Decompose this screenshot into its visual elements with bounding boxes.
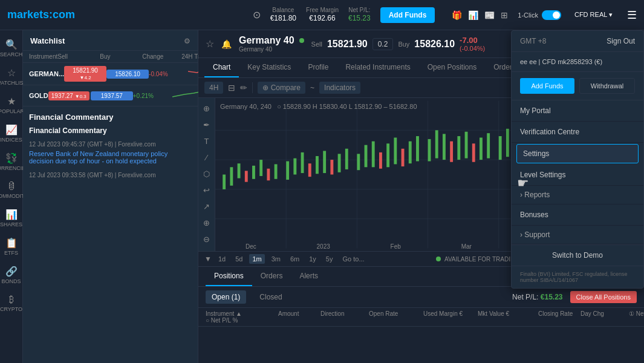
- dropdown-reports[interactable]: › Reports: [512, 186, 643, 204]
- col-amount[interactable]: Amount: [278, 310, 320, 317]
- favorite-star-icon[interactable]: ☆: [206, 38, 214, 50]
- svg-rect-19: [301, 152, 304, 173]
- positions-subbar: Open (1) Closed Net P/L: €15.23 Close Al…: [198, 287, 644, 308]
- col-open-rate[interactable]: Open Rate: [369, 310, 423, 317]
- drawing-tools-icon[interactable]: ✏: [240, 83, 247, 93]
- timeframe-1m[interactable]: 1m: [249, 254, 264, 264]
- svg-rect-33: [409, 142, 412, 164]
- sidebar-item-popular[interactable]: ★ POPULAR: [1, 92, 22, 118]
- net-pl-value: €15.23: [348, 14, 371, 24]
- fibonacci-icon[interactable]: ⁄: [203, 151, 209, 165]
- alerts-tab[interactable]: Alerts: [291, 267, 327, 286]
- col-day-chg[interactable]: Day Chg: [581, 310, 629, 317]
- svg-rect-28: [372, 142, 375, 168]
- col-net-pl-eur[interactable]: ① Net P/L €: [629, 310, 644, 317]
- watchlist-settings-icon[interactable]: ⚙: [184, 37, 190, 45]
- add-funds-button[interactable]: Add Funds: [380, 7, 435, 23]
- news-link-1[interactable]: Reserve Bank of New Zealand monetary pol…: [29, 150, 192, 165]
- candlestick-type-icon[interactable]: ⊟: [228, 83, 235, 93]
- sign-out-button[interactable]: Sign Out: [607, 37, 635, 45]
- sidebar-item-indices[interactable]: 📈 INDICES: [1, 120, 22, 146]
- net-pl-display: Net P/L: €15.23: [512, 293, 562, 301]
- zoom-in-icon[interactable]: ⊕: [201, 216, 212, 230]
- timeframe-5d[interactable]: 5d: [232, 254, 246, 264]
- dropdown-bonuses[interactable]: Bonuses: [512, 204, 643, 226]
- timeframe-selector[interactable]: 4H: [204, 82, 223, 94]
- svg-rect-39: [457, 136, 460, 160]
- watchlist-row-germany[interactable]: GERMAN... 15821.90 ▼4.2 15826.10 -0.04%: [23, 63, 198, 85]
- timeframe-3m[interactable]: 3m: [268, 254, 284, 264]
- timeframe-6m[interactable]: 6m: [287, 254, 302, 264]
- timeframe-1d[interactable]: 1d: [215, 254, 229, 264]
- pointer-icon[interactable]: ↗: [201, 200, 212, 214]
- text-icon[interactable]: T: [202, 134, 212, 148]
- chart-icon[interactable]: 📊: [468, 10, 478, 20]
- tab-related-instruments[interactable]: Related Instruments: [337, 58, 418, 77]
- tab-key-statistics[interactable]: Key Statistics: [239, 58, 299, 77]
- free-margin-value: €192.66: [306, 14, 339, 24]
- orders-tab[interactable]: Orders: [252, 267, 291, 286]
- cfd-badge[interactable]: CFD REAL ▾: [574, 11, 613, 19]
- tab-open-positions[interactable]: Open Positions: [419, 58, 485, 77]
- chart-line-icon: 📈: [5, 124, 18, 136]
- grid-icon[interactable]: ⊞: [501, 10, 508, 20]
- pen-icon[interactable]: ✒: [201, 118, 212, 132]
- timezone-display: GMT +8: [520, 37, 546, 45]
- sidebar-etfs-label: ETFS: [4, 250, 18, 256]
- settings-chart-icon[interactable]: ≡: [202, 249, 212, 251]
- dd-withdrawal-button[interactable]: Withdrawal: [579, 78, 635, 94]
- chart-collapse-icon[interactable]: ▼: [204, 255, 212, 263]
- watchlist-row-gold[interactable]: GOLD 1937.27 ▼0.3 1937.57 +0.21%: [23, 85, 198, 106]
- col-closing-rate[interactable]: Closing Rate: [538, 310, 581, 317]
- dropdown-my-portal[interactable]: My Portal: [512, 100, 643, 122]
- dropdown-level-settings[interactable]: Level Settings: [512, 165, 643, 186]
- col-mkt-value[interactable]: Mkt Value €: [478, 310, 538, 317]
- svg-rect-41: [472, 143, 475, 162]
- svg-rect-11: [238, 163, 241, 178]
- logo-text: markets: [7, 8, 49, 21]
- indicators-button[interactable]: Indicators: [319, 82, 360, 94]
- col-used-margin[interactable]: Used Margin €: [423, 310, 478, 317]
- sidebar-item-commodity[interactable]: 🛢 COMMODITY: [1, 177, 22, 203]
- timeframe-5y[interactable]: 5y: [323, 254, 336, 264]
- dropdown-settings[interactable]: Settings: [516, 144, 639, 163]
- gift-icon[interactable]: 🎁: [452, 10, 462, 20]
- sidebar-item-crypto[interactable]: ₿ CRYPTO: [1, 290, 22, 316]
- compare-button[interactable]: ⊕ Compare: [258, 82, 305, 94]
- back-icon[interactable]: ↩: [201, 183, 212, 197]
- one-click-toggle[interactable]: [542, 10, 561, 20]
- timeframe-1y[interactable]: 1y: [306, 254, 319, 264]
- svg-rect-9: [223, 175, 226, 189]
- svg-rect-29: [379, 152, 382, 169]
- sidebar-search-label: SEARCH: [0, 51, 22, 57]
- close-all-positions-button[interactable]: Close All Positions: [570, 291, 637, 303]
- tab-profile[interactable]: Profile: [299, 58, 337, 77]
- tab-chart[interactable]: Chart: [204, 58, 239, 77]
- dropdown-verification-centre[interactable]: Verification Centre: [512, 122, 643, 143]
- shape-icon[interactable]: ⬡: [201, 167, 212, 181]
- sidebar-item-search[interactable]: 🔍 SEARCH: [1, 35, 22, 61]
- wl-col-sell: Sell: [57, 53, 100, 60]
- sidebar-item-currencies[interactable]: 💱 CURRENCIES: [1, 149, 22, 175]
- sidebar-item-etfs[interactable]: 📋 ETFS: [1, 234, 22, 260]
- calendar-icon[interactable]: 📰: [484, 10, 495, 20]
- col-net-pl-pct[interactable]: ○ Net P/L %: [206, 317, 278, 324]
- wl-change-germany: -0.04%: [149, 71, 188, 77]
- closed-positions-subtab[interactable]: Closed: [253, 290, 288, 304]
- bar-chart-icon: 📊: [5, 209, 18, 220]
- sidebar-item-watchlist[interactable]: ☆ WATCHLIST: [1, 64, 22, 90]
- hamburger-menu[interactable]: ☰: [627, 8, 637, 22]
- sidebar-item-shares[interactable]: 📊 SHARES: [1, 205, 22, 231]
- col-direction[interactable]: Direction: [320, 310, 369, 317]
- zoom-out-icon[interactable]: ⊖: [201, 232, 212, 246]
- sidebar-item-bonds[interactable]: 🔗 BONDS: [1, 262, 22, 288]
- timeframe-goto[interactable]: Go to...: [339, 254, 367, 264]
- crosshair-icon[interactable]: ⊕: [201, 102, 212, 116]
- alert-bell-icon[interactable]: 🔔: [221, 39, 232, 49]
- dd-add-funds-button[interactable]: Add Funds: [520, 78, 574, 94]
- positions-tab[interactable]: Positions: [206, 267, 252, 286]
- switch-demo-button[interactable]: Switch to Demo: [552, 251, 603, 260]
- col-instrument[interactable]: Instrument ▲: [206, 310, 278, 317]
- open-positions-subtab[interactable]: Open (1): [206, 290, 246, 304]
- dropdown-support[interactable]: › Support: [512, 226, 643, 244]
